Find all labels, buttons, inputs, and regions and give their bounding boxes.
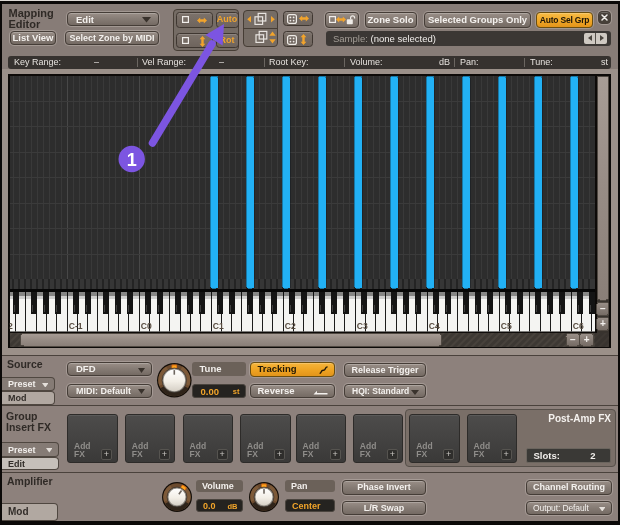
svg-text:−: − xyxy=(569,334,575,345)
svg-text:−: − xyxy=(599,303,605,314)
svg-text:C1: C1 xyxy=(212,321,223,331)
svg-text:+: + xyxy=(583,334,589,345)
svg-text:C0: C0 xyxy=(140,321,151,331)
svg-text:1: 1 xyxy=(127,150,137,170)
svg-text:C2: C2 xyxy=(284,321,295,331)
svg-text:C4: C4 xyxy=(428,321,439,331)
svg-text:C-1: C-1 xyxy=(68,321,82,331)
svg-text:C3: C3 xyxy=(356,321,367,331)
svg-text:C6: C6 xyxy=(572,321,583,331)
svg-text:C5: C5 xyxy=(500,321,511,331)
svg-text:+: + xyxy=(599,318,605,329)
